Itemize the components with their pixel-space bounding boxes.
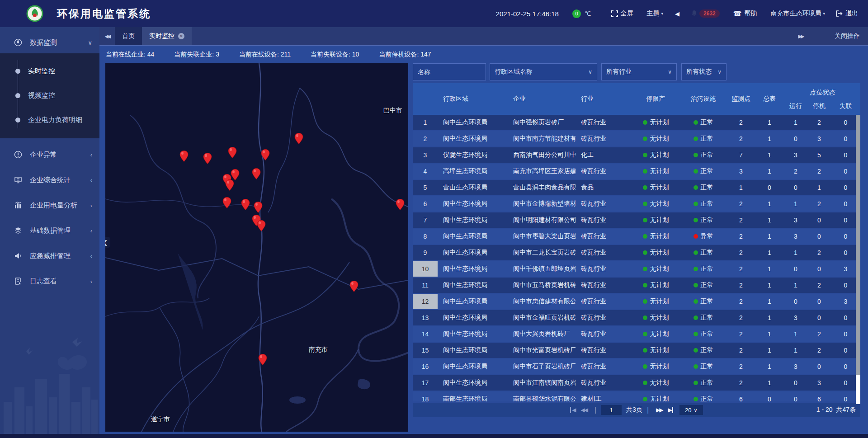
close-operations-button[interactable]: 关闭操作 — [835, 32, 860, 40]
cell-monitors: 2 — [727, 343, 755, 358]
facility-text: 正常 — [701, 346, 713, 354]
map-pin[interactable] — [349, 281, 359, 292]
table-row[interactable]: 4高坪生态环境局南充市高坪区王家店建砖瓦行业无计划正常31220 — [413, 164, 860, 179]
table-row[interactable]: 18南部生态环境局南部县砌华水泥有限公建材|工无计划正常60060 — [413, 391, 860, 401]
panel-collapse-button[interactable]: ❮ — [105, 237, 110, 248]
cell-industry: 砖瓦行业 — [576, 375, 632, 391]
col-header-run: 运行 — [784, 102, 807, 110]
table-row[interactable]: 2阆中生态环境局阆中市南方节能建材有砖瓦行业无计划正常21030 — [413, 131, 860, 146]
scrollbar-thumb[interactable] — [856, 115, 860, 375]
cell-stop: 3 — [807, 375, 831, 391]
tabs-scroll-right-icon[interactable]: ▶▶ — [793, 33, 808, 39]
cell-stop: 0 — [807, 212, 831, 228]
table-row[interactable]: 5营山生态环境局营山县润丰肉食品有限食品无计划正常10010 — [413, 180, 860, 195]
cell-region: 阆中生态环境局 — [438, 294, 508, 309]
status-dot-green — [643, 381, 647, 385]
notification-button[interactable]: 2632 — [691, 9, 720, 18]
row-index: 8 — [413, 229, 438, 244]
cell-region: 阆中生态环境局 — [438, 343, 508, 358]
table-row[interactable]: 14阆中生态环境局阆中大兴页岩机砖厂砖瓦行业无计划正常21120 — [413, 326, 860, 342]
sidebar-item-base-data[interactable]: 基础数据管理 ‹ — [0, 220, 99, 241]
table-row[interactable]: 15阆中生态环境局阆中市光富页岩机砖厂砖瓦行业无计划正常21120 — [413, 343, 860, 358]
map-pin[interactable] — [254, 202, 263, 213]
cell-industry: 建材|工 — [576, 391, 632, 401]
table-row[interactable]: 1阆中生态环境局阆中强锐页岩砖厂砖瓦行业无计划正常21120 — [413, 115, 860, 130]
table-row[interactable]: 8阆中生态环境局阆中市枣碧大梁山页岩砖瓦行业无计划异常21300 — [413, 229, 860, 244]
map-pin[interactable] — [179, 150, 189, 162]
sidebar-item-company-abnormal[interactable]: 企业异常 ‹ — [0, 144, 99, 165]
sidebar-item-power-load-detail[interactable]: 企业电力负荷明细 — [0, 108, 99, 132]
tab-home[interactable]: 首页 — [115, 27, 142, 45]
table-row[interactable]: 16阆中生态环境局阆中市石子页岩机砖厂砖瓦行业无计划正常21300 — [413, 359, 860, 374]
page-size-select[interactable]: 20 ∨ — [679, 405, 703, 415]
table-scrollbar[interactable] — [856, 115, 860, 404]
region-filter-dropdown[interactable]: 行政区域名称 ∨ — [490, 63, 597, 80]
status-filter-dropdown[interactable]: 所有状态 ∨ — [681, 63, 726, 80]
map-pin[interactable] — [241, 199, 250, 211]
last-page-button[interactable]: ▶ — [665, 407, 673, 413]
map-canvas[interactable]: ❮ 巴中市南充市遂宁市 — [105, 63, 408, 432]
table-row[interactable]: 17阆中生态环境局阆中市江南镇阆南页岩砖瓦行业无计划正常21030 — [413, 375, 860, 391]
volume-icon[interactable]: ◀ — [675, 10, 679, 17]
cell-stop: 0 — [807, 229, 831, 244]
next-page-button[interactable]: ▶▶ — [653, 407, 665, 413]
map-pin[interactable] — [257, 220, 266, 231]
theme-dropdown[interactable]: 主题▾ — [647, 9, 664, 18]
sidebar-item-emergency[interactable]: 应急减排管理 ‹ — [0, 245, 99, 267]
map-pin[interactable] — [252, 168, 261, 179]
sidebar-item-company-statistics[interactable]: 企业综合统计 ‹ — [0, 169, 99, 191]
sidebar-item-video-monitor[interactable]: 视频监控 — [0, 83, 99, 108]
map-pin[interactable] — [261, 149, 270, 161]
sidebar-item-power-analysis[interactable]: 企业用电量分析 ‹ — [0, 194, 99, 216]
table-row[interactable]: 13阆中生态环境局阆中市金福旺页岩机砖砖瓦行业无计划正常21300 — [413, 310, 860, 325]
map-city-label: 南充市 — [309, 346, 328, 354]
fullscreen-button[interactable]: 全屏 — [611, 9, 633, 18]
cell-facility-status: 正常 — [679, 212, 727, 228]
first-page-button[interactable]: ◀ — [570, 407, 578, 413]
table-row[interactable]: 7阆中生态环境局阆中明阳建材有限公司砖瓦行业无计划正常21300 — [413, 212, 860, 228]
map-pin[interactable] — [258, 353, 267, 365]
table-row[interactable]: 3仪陇生态环境局西南油气田分公司川中化工无计划正常71350 — [413, 147, 860, 163]
map-pin[interactable] — [228, 147, 237, 159]
tabs-scroll-left-icon[interactable]: ◀◀ — [99, 27, 115, 45]
cell-facility-status: 正常 — [679, 375, 727, 391]
table-row[interactable]: 9阆中生态环境局阆中市二龙长宝页岩砖砖瓦行业无计划正常21120 — [413, 245, 860, 260]
table-row[interactable]: 6阆中生态环境局阆中市金博瑞新型墙材砖瓦行业无计划正常21120 — [413, 196, 860, 212]
facility-text: 正常 — [701, 395, 713, 401]
sidebar-item-data-monitor[interactable]: 数据监测 ∨ — [0, 32, 99, 53]
enterprise-panel: 行政区域名称 ∨ 所有行业 ∨ 所有状态 ∨ 行政区域 企业 行业 停限产 治污… — [413, 63, 860, 418]
map-pin[interactable] — [396, 199, 405, 211]
help-button[interactable]: ☎ 帮助 — [733, 9, 757, 18]
cell-industry: 砖瓦行业 — [576, 245, 632, 260]
chevron-down-icon: ∨ — [693, 407, 697, 413]
map-pin[interactable] — [225, 179, 234, 191]
org-dropdown[interactable]: 南充市生态环境局▾ — [770, 9, 825, 18]
notification-badge: 2632 — [699, 9, 720, 18]
cell-total: 1 — [755, 164, 784, 179]
table-row[interactable]: 12阆中生态环境局阆中市忠信建材有限公砖瓦行业无计划正常21003 — [413, 294, 860, 309]
tab-realtime-monitor[interactable]: 实时监控 ✕ — [142, 27, 192, 45]
map-pin[interactable] — [222, 197, 231, 209]
tab-close-icon[interactable]: ✕ — [178, 33, 184, 39]
sidebar-item-realtime-monitor[interactable]: 实时监控 — [0, 59, 99, 83]
cell-monitors: 2 — [727, 261, 755, 277]
cell-industry: 砖瓦行业 — [576, 229, 632, 244]
col-header-company: 企业 — [508, 83, 576, 115]
page-number-input[interactable] — [601, 405, 622, 415]
cell-region: 阆中生态环境局 — [438, 261, 508, 277]
sidebar-item-logs[interactable]: 日志查看 ‹ — [0, 270, 99, 292]
map-pin[interactable] — [294, 132, 303, 144]
cell-region: 阆中生态环境局 — [438, 359, 508, 374]
cell-company: 阆中市枣碧大梁山页岩 — [508, 229, 576, 244]
prev-page-button[interactable]: ◀◀ — [578, 407, 590, 413]
name-filter-input[interactable] — [418, 68, 481, 75]
logout-button[interactable]: 退出 — [836, 9, 858, 18]
cell-industry: 砖瓦行业 — [576, 131, 632, 146]
table-row[interactable]: 11阆中生态环境局阆中市五马桥页岩机砖砖瓦行业无计划正常21120 — [413, 278, 860, 293]
industry-filter-dropdown[interactable]: 所有行业 ∨ — [601, 63, 677, 80]
cell-limit-status: 无计划 — [632, 212, 679, 228]
table-row[interactable]: 10阆中生态环境局阆中千佛镇五郎垭页岩砖瓦行业无计划正常21003 — [413, 261, 860, 277]
cell-total: 1 — [755, 310, 784, 325]
limit-text: 无计划 — [650, 314, 669, 322]
map-pin[interactable] — [203, 153, 212, 165]
